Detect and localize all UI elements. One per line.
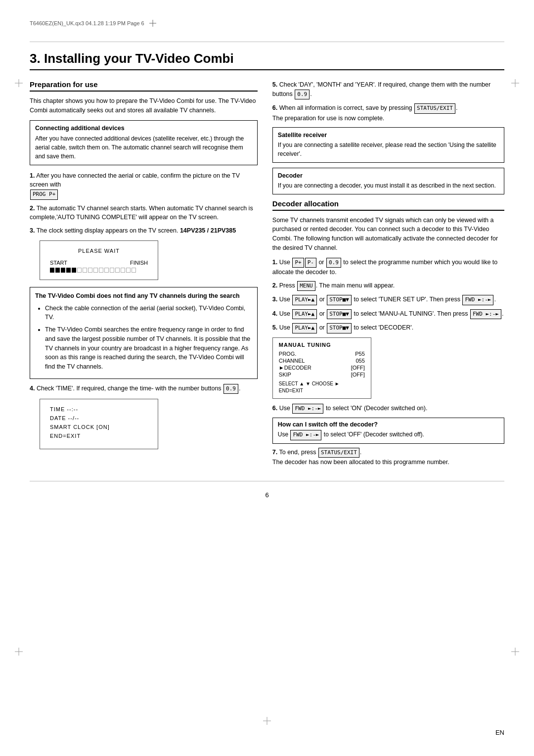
decoder-step-4: 4. Use PLAY►▲ or STOP■▼ to select 'MANU-…	[272, 309, 504, 320]
page-number: 6	[30, 491, 504, 499]
step-2: 2. The automatic TV channel search start…	[30, 204, 258, 223]
manual-tuning-box: MANUAL TUNING PROG. P55 CHANNEL 055 ►DEC…	[272, 337, 371, 399]
mt-prog-value: P55	[355, 351, 365, 357]
crosshair-center-bottom	[263, 717, 271, 726]
key-menu: MENU	[297, 281, 315, 291]
progress-block-1	[50, 268, 54, 273]
mt-skip-value: [OFF]	[351, 372, 365, 378]
chapter-title: 3. Installing your TV-Video Combi	[30, 51, 504, 70]
bottom-rule	[30, 481, 504, 481]
key-fwd-switch: FWD ►:-►	[290, 430, 321, 440]
decoder-step-6: 6. Use FWD ►:-► to select 'ON' (Decoder …	[272, 404, 504, 414]
key-status-exit-d7: STATUS/EXIT	[318, 448, 359, 458]
top-rule	[30, 42, 504, 42]
progress-block-7	[83, 268, 87, 273]
step-1: 1. After you have connected the aerial o…	[30, 171, 258, 200]
key-09-step4: 0.9	[223, 384, 238, 394]
decoder-step-1: 1. Use P+P- or 0.9 to select the program…	[272, 258, 504, 277]
clock-row-smart: SMART CLOCK [ON]	[50, 424, 148, 430]
progress-block-14	[121, 268, 125, 273]
mt-decoder-value: [OFF]	[351, 365, 365, 371]
step-4: 4. Check 'TIME'. If required, change the…	[30, 384, 258, 394]
start-label: START	[50, 260, 67, 266]
key-p-minus: P-	[305, 258, 316, 268]
step-3-num: 3.	[30, 227, 35, 234]
decoder-step-3: 3. Use PLAY►▲ or STOP■▼ to select 'TUNER…	[272, 295, 504, 305]
clock-row-end: END=EXIT	[50, 433, 148, 439]
progress-block-4	[66, 268, 71, 273]
mt-channel-value: 055	[356, 358, 364, 364]
decoder-step-1-num: 1.	[272, 259, 277, 266]
step-5-num: 5.	[272, 81, 277, 88]
decoder-step-2: 2. Press MENU. The main menu will appear…	[272, 281, 504, 291]
switch-text: Use FWD ►:-► to select 'OFF' (Decoder sw…	[278, 430, 499, 440]
switch-title: How can I switch off the decoder?	[278, 421, 499, 428]
key-play-up: PLAY►▲	[292, 295, 317, 305]
key-play-up-d4: PLAY►▲	[292, 309, 317, 320]
decoder-info-box: Decoder If you are connecting a decoder,…	[272, 168, 504, 194]
warning-bullet-2: The TV-Video Combi searches the entire f…	[45, 325, 252, 372]
progress-block-3	[61, 268, 65, 273]
section-heading-preparation: Preparation for use	[30, 80, 258, 92]
section-intro: This chapter shows you how to prepare th…	[30, 96, 258, 115]
left-column: Preparation for use This chapter shows y…	[30, 80, 258, 471]
connecting-box-title: Connecting additional devices	[35, 125, 252, 132]
mt-row-prog: PROG. P55	[279, 351, 365, 357]
key-stop-down: STOP■▼	[327, 295, 352, 305]
progress-block-10	[99, 268, 103, 273]
mt-title: MANUAL TUNING	[279, 342, 365, 348]
step-5: 5. Check 'DAY', 'MONTH' and 'YEAR'. If r…	[272, 80, 504, 99]
warning-title: The TV-Video Combi does not find any TV …	[35, 291, 252, 301]
switch-box: How can I switch off the decoder? Use FW…	[272, 418, 504, 444]
progress-block-2	[55, 268, 60, 273]
crosshair-left-top	[15, 79, 23, 89]
key-09-d1: 0.9	[326, 258, 341, 268]
warning-box: The TV-Video Combi does not find any TV …	[30, 287, 258, 379]
key-stop-down-d5: STOP■▼	[327, 323, 352, 333]
progress-screen: PLEASE WAIT START FINISH	[40, 240, 158, 280]
chapter-title-text: Installing your TV-Video Combi	[44, 51, 234, 66]
progress-block-12	[110, 268, 114, 273]
decoder-step-3-num: 3.	[272, 296, 277, 303]
step-4-num: 4.	[30, 385, 35, 392]
step-3: 3. The clock setting display appears on …	[30, 226, 258, 236]
step-2-num: 2.	[30, 205, 35, 212]
warning-bullets: Check the cable connection of the aerial…	[35, 304, 252, 372]
decoder-step-5-num: 5.	[272, 324, 277, 331]
progress-bar	[50, 268, 148, 273]
status-exit-key: STATUS/EXIT	[414, 103, 455, 114]
decoder-step-4-num: 4.	[272, 310, 277, 317]
clock-row-date: DATE --/--	[50, 415, 148, 421]
progress-title: PLEASE WAIT	[50, 248, 148, 254]
step-1-num: 1.	[30, 172, 35, 179]
key-fwd-d3: FWD ►:-►	[462, 295, 493, 305]
mt-row-channel: CHANNEL 055	[279, 358, 365, 364]
satellite-text: If you are connecting a satellite receiv…	[278, 141, 499, 158]
clock-screen: TIME --:-- DATE --/-- SMART CLOCK [ON] E…	[40, 399, 158, 449]
decoder-intro: Some TV channels transmit encoded TV sig…	[272, 216, 504, 253]
key-fwd-d4: FWD ►:-►	[470, 309, 501, 320]
decoder-step-6-num: 6.	[272, 405, 277, 412]
step-6-prep-num: 6.	[272, 104, 277, 111]
decoder-step-7: 7. To end, press STATUS/EXIT. The decode…	[272, 448, 504, 467]
key-p-plus: P+	[292, 258, 304, 268]
progress-block-6	[77, 268, 82, 273]
decoder-info-title: Decoder	[278, 172, 499, 179]
satellite-title: Satellite receiver	[278, 132, 499, 139]
key-stop-down-d4: STOP■▼	[327, 309, 352, 320]
progress-block-11	[104, 268, 109, 273]
connecting-devices-box: Connecting additional devices After you …	[30, 120, 258, 165]
decoder-info-text: If you are connecting a decoder, you mus…	[278, 181, 499, 190]
mt-skip-label: SKIP	[279, 372, 291, 378]
satellite-box: Satellite receiver If you are connecting…	[272, 127, 504, 163]
key-09-step5: 0.9	[295, 90, 310, 100]
chapter-number: 3.	[30, 51, 41, 66]
mt-footer: SELECT ▲ ▼ CHOOSE ►END=EXIT	[279, 380, 365, 394]
step-3-model: 14PV235 / 21PV385	[180, 227, 236, 234]
two-column-layout: Preparation for use This chapter shows y…	[30, 80, 504, 471]
crosshair-right-bottom	[511, 648, 519, 657]
crosshair-right-top	[511, 79, 519, 89]
key-play-up-d5: PLAY►▲	[292, 323, 317, 333]
progress-block-8	[88, 268, 92, 273]
file-info-text: T6460EZ(EN)_UK.qx3 04.1.28 1:19 PM Page …	[30, 20, 144, 26]
